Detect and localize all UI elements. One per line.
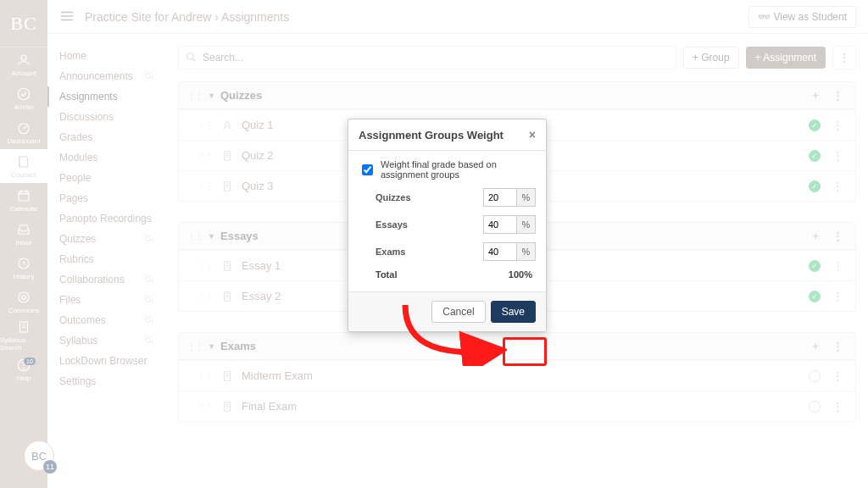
global-nav-calendar[interactable]: Calendar [0,183,47,217]
weight-input[interactable] [483,215,517,234]
caret-down-icon[interactable]: ▾ [209,231,214,241]
group-menu-icon[interactable]: ⋮ [829,89,847,102]
global-nav-account[interactable]: Account [0,47,47,81]
publish-toggle[interactable] [809,401,821,413]
assignment-search[interactable] [178,46,676,69]
calendar-icon [16,188,31,203]
item-menu-icon[interactable]: ⋮ [829,119,847,131]
caret-down-icon[interactable]: ▾ [209,91,214,100]
assignment-link[interactable]: Quiz 3 [242,180,274,192]
group-title: Exams [220,340,256,352]
view-as-student-button[interactable]: 👓 View as Student [748,6,856,28]
publish-toggle[interactable]: ✓ [809,260,821,272]
course-nav-assignments[interactable]: Assignments [47,86,166,107]
assignment-icon [221,291,233,302]
weight-row: Exams% [376,242,536,261]
svg-point-18 [187,53,194,59]
item-menu-icon[interactable]: ⋮ [829,400,847,413]
assignment-link[interactable]: Essay 2 [242,290,281,302]
course-nav-grades[interactable]: Grades [47,127,166,147]
more-options-button[interactable]: ⋮ [832,46,856,69]
course-nav-rubrics[interactable]: Rubrics [47,249,166,269]
drag-handle-icon[interactable]: ⋮⋮ [198,181,213,191]
caret-down-icon[interactable]: ▾ [209,341,214,351]
hidden-icon [144,314,154,326]
course-nav-panopto-recordings[interactable]: Panopto Recordings [47,208,166,229]
glasses-icon: 👓 [758,11,773,23]
dashboard-icon [16,120,31,136]
assignment-link[interactable]: Essay 1 [242,259,281,272]
course-nav-home[interactable]: Home [47,46,166,66]
logo[interactable]: BC [0,0,47,47]
add-group-button[interactable]: + Group [683,47,739,69]
help-floating-badge[interactable]: BC 11 [24,441,54,471]
add-item-icon[interactable]: + [809,89,822,102]
course-nav-people[interactable]: People [47,168,166,188]
drag-handle-icon[interactable]: ⋮⋮ [198,291,213,301]
global-nav-help[interactable]: 10Help [0,352,47,386]
course-nav-lockdown-browser[interactable]: LockDown Browser [47,351,166,371]
weight-input[interactable] [483,188,517,207]
course-nav-collaborations[interactable]: Collaborations [47,269,166,290]
group-header[interactable]: ⋮⋮▾Quizzes+⋮ [179,82,855,109]
global-nav-dashboard[interactable]: Dashboard [0,115,47,149]
drag-handle-icon[interactable]: ⋮⋮ [198,371,213,380]
publish-toggle[interactable]: ✓ [809,291,821,302]
course-nav-announcements[interactable]: Announcements [47,66,166,86]
item-menu-icon[interactable]: ⋮ [829,259,847,272]
search-input[interactable] [201,51,669,64]
course-nav-outcomes[interactable]: Outcomes [47,310,166,330]
svg-rect-24 [225,181,231,191]
global-nav-inbox[interactable]: Inbox [0,217,47,251]
drag-handle-icon[interactable]: ⋮⋮ [198,402,213,411]
assignment-link[interactable]: Quiz 2 [242,149,274,162]
weight-checkbox[interactable] [362,164,373,175]
cancel-button[interactable]: Cancel [431,301,485,323]
item-menu-icon[interactable]: ⋮ [829,180,847,192]
course-nav-discussions[interactable]: Discussions [47,107,166,127]
publish-toggle[interactable]: ✓ [809,150,821,162]
publish-toggle[interactable] [809,370,821,382]
drag-handle-icon[interactable]: ⋮⋮ [198,120,213,130]
item-menu-icon[interactable]: ⋮ [829,290,847,302]
global-nav-syllabus-search[interactable]: Syllabus Search [0,319,47,352]
drag-handle-icon[interactable]: ⋮⋮ [187,231,203,241]
hidden-icon [144,70,154,82]
course-nav-files[interactable]: Files [47,290,166,310]
weight-toggle-row[interactable]: Weight final grade based on assignment g… [359,159,536,180]
group-header[interactable]: ⋮⋮▾Exams+⋮ [179,333,855,360]
save-button[interactable]: Save [491,301,536,323]
close-icon[interactable]: × [529,128,536,141]
item-menu-icon[interactable]: ⋮ [829,149,847,162]
global-nav-history[interactable]: History [0,251,47,285]
add-item-icon[interactable]: + [809,230,822,242]
publish-toggle[interactable]: ✓ [809,180,821,192]
group-menu-icon[interactable]: ⋮ [829,230,847,242]
drag-handle-icon[interactable]: ⋮⋮ [187,91,203,100]
weight-row: Essays% [376,215,536,234]
assignment-icon [221,180,233,192]
course-nav-modules[interactable]: Modules [47,147,166,168]
breadcrumb-course[interactable]: Practice Site for Andrew [85,10,211,24]
assignment-link[interactable]: Quiz 1 [242,119,274,131]
item-menu-icon[interactable]: ⋮ [829,369,847,382]
global-nav-courses[interactable]: Courses [0,149,47,183]
publish-toggle[interactable]: ✓ [809,119,821,131]
course-nav-settings[interactable]: Settings [47,371,166,391]
add-assignment-button[interactable]: + Assignment [746,47,826,69]
assignment-link[interactable]: Midterm Exam [242,369,313,382]
drag-handle-icon[interactable]: ⋮⋮ [187,341,203,351]
course-nav-pages[interactable]: Pages [47,188,166,208]
weight-input[interactable] [483,242,517,261]
assignment-link[interactable]: Final Exam [242,400,297,413]
add-item-icon[interactable]: + [809,340,822,352]
course-nav-syllabus[interactable]: Syllabus [47,330,166,351]
global-nav-commons[interactable]: Commons [0,285,47,319]
menu-toggle-icon[interactable] [59,8,76,25]
drag-handle-icon[interactable]: ⋮⋮ [198,151,213,160]
global-nav-admin[interactable]: Admin [0,81,47,115]
weight-total-label: Total [376,269,397,280]
drag-handle-icon[interactable]: ⋮⋮ [198,261,213,270]
course-nav-quizzes[interactable]: Quizzes [47,229,166,249]
group-menu-icon[interactable]: ⋮ [829,340,847,352]
